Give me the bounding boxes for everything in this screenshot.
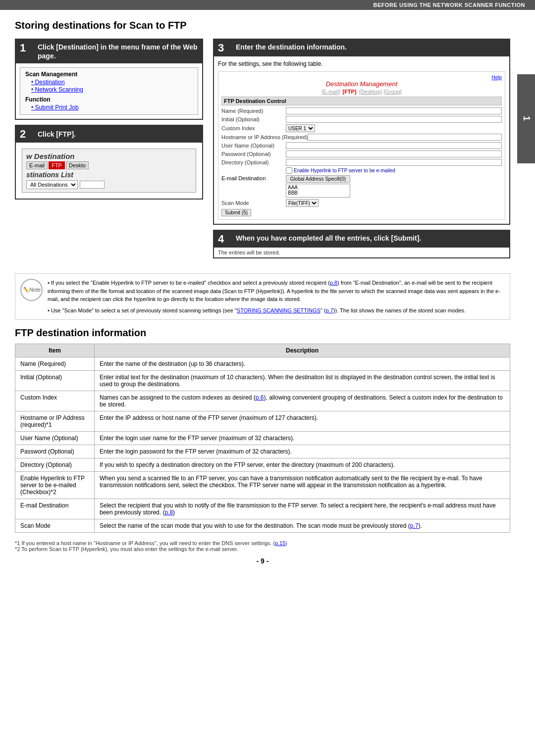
- table-row-item-2: Custom Index: [15, 391, 95, 411]
- dest-list-label: stinations List: [26, 171, 192, 179]
- table-row-item-4: User Name (Optional): [15, 432, 95, 445]
- step2-content: w Destination E-mail FTP Deskto stinatio…: [16, 143, 202, 199]
- form-row-custom-index: Custom Index USER 1: [221, 124, 502, 132]
- form-title: Destination Management: [221, 80, 502, 88]
- dest-list-row: All Destinations: [26, 180, 192, 189]
- email-list-item-bbb: BBB: [288, 190, 348, 196]
- note-bullet-1: • If you select the "Enable Hyperlink to…: [48, 279, 505, 303]
- step1-title: Click [Destination] in the menu frame of…: [38, 43, 198, 60]
- step1-content: Scan Management • Destination • Network …: [16, 63, 202, 119]
- tab-email[interactable]: E-mail: [26, 161, 48, 169]
- email-list-box: AAA BBB: [286, 184, 350, 198]
- field-input-hostname[interactable]: [308, 134, 502, 141]
- field-label-name: Name (Required): [221, 108, 286, 114]
- table-row-item-5: Password (Optional): [15, 445, 95, 458]
- left-steps: 1 Click [Destination] in the menu frame …: [15, 39, 203, 266]
- table-row-item-1: Initial (Optional): [15, 371, 95, 391]
- table-col-desc: Description: [95, 344, 510, 357]
- note-icon-text: ✏️Note: [22, 287, 41, 293]
- scan-mode-label: Scan Mode: [221, 200, 286, 206]
- footnote-2: *2 To perform Scan to FTP (Hyperlink), y…: [15, 546, 510, 552]
- field-input-directory[interactable]: [286, 159, 502, 166]
- table-row-desc-1: Enter initial text for the destination (…: [95, 371, 510, 391]
- field-input-name[interactable]: [286, 107, 502, 114]
- form-row-directory: Directory (Optional): [221, 159, 502, 166]
- scan-mgmt-label: Scan Management: [25, 71, 193, 78]
- fn1-link[interactable]: p.15: [275, 540, 285, 546]
- table-row-desc-9: Select the name of the scan mode that yo…: [95, 519, 510, 533]
- step3-title: Enter the destination information.: [236, 43, 347, 51]
- tab-row: E-mail FTP Deskto: [26, 161, 192, 169]
- step3-intro: For the settings, see the following tabl…: [218, 60, 505, 67]
- table-row-desc-8: Select the recipient that you wish to no…: [95, 499, 510, 519]
- note-p8-link[interactable]: p.8: [330, 280, 337, 286]
- table-row-desc-5: Enter the login password for the FTP ser…: [95, 445, 510, 458]
- function-submit-print[interactable]: • Submit Print Job: [25, 104, 193, 111]
- scan-mgmt-network[interactable]: • Network Scanning: [25, 86, 193, 93]
- table-row-item-8: E-mail Destination: [15, 499, 95, 519]
- form-row-name: Name (Required): [221, 107, 502, 114]
- tab-desktop[interactable]: Deskto: [66, 161, 89, 169]
- form-section-label: FTP Destination Control: [221, 97, 502, 105]
- step1-header: 1 Click [Destination] in the menu frame …: [16, 40, 202, 63]
- table-row-item-7: Enable Hyperlink to FTP server to be e-m…: [15, 472, 95, 499]
- form-row-initial: Initial (Optional): [221, 116, 502, 123]
- table-row-item-6: Directory (Optional): [15, 458, 95, 472]
- step3-header: 3 Enter the destination information.: [214, 40, 509, 56]
- step4-box: 4 When you have completed all the entrie…: [213, 230, 510, 258]
- field-label-directory: Directory (Optional): [221, 159, 286, 165]
- note-text: • If you select the "Enable Hyperlink to…: [48, 279, 505, 314]
- form-row-hostname: Hostname or IP Address (Required): [221, 134, 502, 141]
- hyperlink-checkbox[interactable]: [286, 167, 292, 174]
- page-header: BEFORE USING THE NETWORK SCANNER FUNCTIO…: [0, 0, 535, 10]
- field-label-username: User Name (Optional): [221, 143, 286, 149]
- table-row-item-0: Name (Required): [15, 357, 95, 371]
- scan-mgmt-destination[interactable]: • Destination: [25, 79, 193, 86]
- field-input-username[interactable]: [286, 142, 502, 149]
- tab-ftp[interactable]: FTP: [49, 161, 65, 169]
- step1-box: 1 Click [Destination] in the menu frame …: [15, 39, 203, 120]
- destination-search-input[interactable]: [80, 181, 105, 189]
- field-label-hostname: Hostname or IP Address (Required): [221, 134, 308, 140]
- help-link[interactable]: Help: [221, 75, 502, 80]
- note-icon: ✏️Note: [20, 279, 43, 301]
- step4-header: 4 When you have completed all the entrie…: [214, 231, 509, 248]
- step2-number: 2: [20, 129, 34, 140]
- ftp-info-table: Item Description Name (Required)Enter th…: [15, 344, 510, 533]
- scan-mgmt-box: Scan Management • Destination • Network …: [20, 67, 198, 115]
- step2-box: 2 Click [FTP]. w Destination E-mail FTP …: [15, 125, 203, 200]
- field-select-custom-index[interactable]: USER 1: [286, 124, 315, 132]
- table-row-desc-2: Names can be assigned to the custom inde…: [95, 391, 510, 411]
- all-destinations-dropdown[interactable]: All Destinations: [26, 180, 78, 189]
- new-dest-title: w Destination: [26, 152, 192, 160]
- global-addr-btn[interactable]: Global Address Specifi(0): [286, 175, 350, 183]
- header-text: BEFORE USING THE NETWORK SCANNER FUNCTIO…: [374, 2, 526, 8]
- form-tabs: [E-mail] [FTP] [Desktop] [Group]: [221, 89, 502, 95]
- table-row-desc-7: When you send a scanned file to an FTP s…: [95, 472, 510, 499]
- step3-box: 3 Enter the destination information. For…: [213, 39, 510, 225]
- step2-title: Click [FTP].: [38, 130, 76, 139]
- field-input-initial[interactable]: [286, 116, 502, 123]
- form-row-scan-mode: Scan Mode File(TIFF): [221, 199, 502, 207]
- table-row-item-9: Scan Mode: [15, 519, 95, 533]
- step4-note: The entries will be stored.: [214, 248, 509, 257]
- step4-number: 4: [218, 234, 232, 245]
- field-label-initial: Initial (Optional): [221, 116, 286, 122]
- scan-mode-select[interactable]: File(TIFF): [286, 199, 319, 207]
- note-p7-link[interactable]: p.7: [326, 307, 333, 313]
- table-row-desc-0: Enter the name of the destination (up to…: [95, 357, 510, 371]
- function-label: Function: [25, 96, 193, 103]
- email-dest-row: E-mail Destination Global Address Specif…: [221, 175, 502, 198]
- field-input-password[interactable]: [286, 151, 502, 157]
- footnotes: *1 If you entered a host name in "Hostna…: [15, 540, 510, 552]
- step1-number: 1: [20, 43, 34, 53]
- email-dest-label: E-mail Destination: [221, 175, 286, 181]
- note-scanning-link[interactable]: STORING SCANNING SETTINGS: [237, 307, 321, 313]
- step3-number: 3: [218, 43, 232, 53]
- ftp-info-title: FTP destination information: [15, 327, 510, 339]
- email-dest-right: Global Address Specifi(0) AAA BBB: [286, 175, 350, 198]
- right-steps: 3 Enter the destination information. For…: [213, 39, 510, 266]
- page-number: - 9 -: [15, 557, 510, 565]
- submit-button[interactable]: Submit (5): [221, 209, 251, 216]
- main-title: Storing destinations for Scan to FTP: [15, 20, 510, 31]
